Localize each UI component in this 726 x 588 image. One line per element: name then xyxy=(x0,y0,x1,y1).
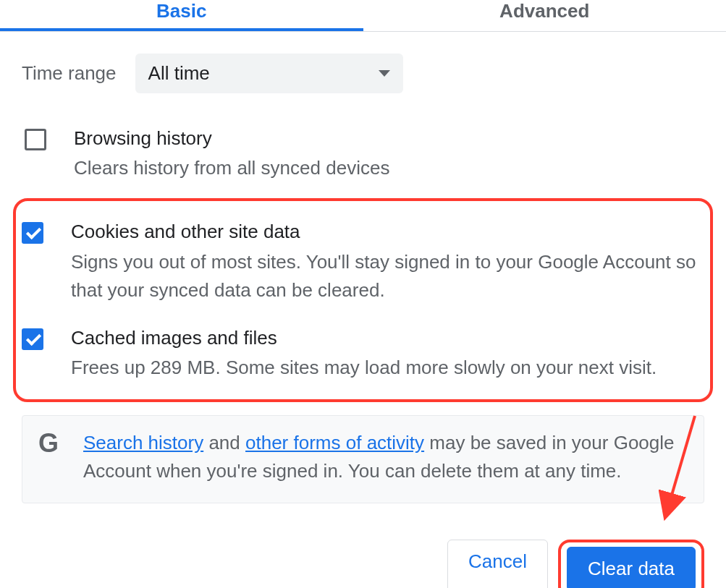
chevron-down-icon xyxy=(379,70,390,77)
checkbox-cookies[interactable] xyxy=(22,222,43,244)
checkbox-cache[interactable] xyxy=(22,328,43,350)
option-desc: Frees up 289 MB. Some sites may load mor… xyxy=(71,354,704,382)
option-cache: Cached images and files Frees up 289 MB.… xyxy=(19,315,704,392)
info-box: G Search history and other forms of acti… xyxy=(22,415,704,503)
tabs: Basic Advanced xyxy=(0,0,726,32)
option-cookies: Cookies and other site data Signs you ou… xyxy=(19,208,704,314)
annotation-highlight-clear-button: Clear data xyxy=(558,540,704,588)
checkbox-browsing-history[interactable] xyxy=(25,129,46,150)
time-range-row: Time range All time xyxy=(22,32,704,115)
option-desc: Clears history from all synced devices xyxy=(74,154,704,182)
option-title: Cookies and other site data xyxy=(71,218,704,244)
option-browsing-history: Browsing history Clears history from all… xyxy=(22,115,704,192)
link-other-activity[interactable]: other forms of activity xyxy=(245,432,424,453)
option-desc: Signs you out of most sites. You'll stay… xyxy=(71,248,704,304)
time-range-select[interactable]: All time xyxy=(135,54,403,93)
dialog-footer: Cancel Clear data xyxy=(22,503,704,588)
time-range-value: All time xyxy=(148,62,210,85)
cancel-button[interactable]: Cancel xyxy=(447,540,548,588)
link-search-history[interactable]: Search history xyxy=(83,432,203,453)
tab-basic[interactable]: Basic xyxy=(0,0,363,31)
google-icon: G xyxy=(34,429,63,458)
info-text: Search history and other forms of activi… xyxy=(83,429,692,485)
option-title: Cached images and files xyxy=(71,325,704,351)
option-title: Browsing history xyxy=(74,125,704,151)
tab-advanced[interactable]: Advanced xyxy=(363,0,727,31)
time-range-label: Time range xyxy=(22,62,117,85)
annotation-highlight-options: Cookies and other site data Signs you ou… xyxy=(13,198,713,402)
clear-data-button[interactable]: Clear data xyxy=(567,547,696,588)
